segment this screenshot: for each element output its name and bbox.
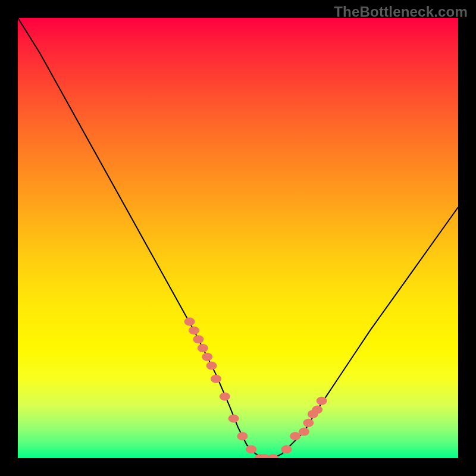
marker-dot [268, 454, 278, 458]
marker-dot [299, 428, 309, 436]
marker-dot [290, 432, 300, 440]
chart-svg [18, 18, 458, 458]
marker-dot [220, 392, 230, 400]
marker-group [184, 318, 327, 458]
plot-area [18, 18, 458, 458]
chart-stage: TheBottleneck.com [0, 0, 476, 476]
bottleneck-curve [18, 18, 458, 458]
marker-dot [206, 362, 217, 370]
marker-dot [184, 318, 195, 326]
marker-dot [189, 326, 199, 334]
marker-dot [211, 375, 221, 383]
marker-dot [202, 353, 212, 361]
marker-dot [303, 419, 314, 427]
marker-dot [281, 445, 292, 453]
marker-dot [228, 414, 239, 422]
marker-dot [198, 344, 208, 352]
marker-dot [312, 406, 322, 414]
marker-dot [246, 445, 256, 453]
watermark-text: TheBottleneck.com [334, 4, 468, 20]
marker-dot [317, 397, 327, 405]
marker-dot [237, 432, 248, 440]
marker-dot [193, 335, 203, 343]
